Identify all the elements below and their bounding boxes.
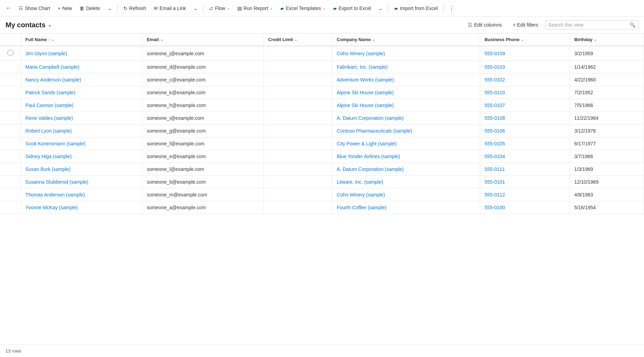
- refresh-button[interactable]: ↻ Refresh: [120, 3, 150, 13]
- contact-company[interactable]: Alpine Ski House (sample): [332, 86, 480, 99]
- contact-email: someone_f@example.com: [142, 137, 264, 150]
- chevron-down-icon-3: ⌄: [379, 6, 383, 11]
- row-checkbox-cell[interactable]: [0, 74, 21, 86]
- back-button[interactable]: ←: [3, 2, 15, 14]
- row-checkbox-cell[interactable]: [0, 137, 21, 150]
- contact-company[interactable]: Fabrikam, Inc. (sample): [332, 61, 480, 74]
- contact-name[interactable]: Scott Konersmann (sample): [21, 137, 142, 150]
- contact-company[interactable]: Fourth Coffee (sample): [332, 201, 480, 214]
- delete-button[interactable]: 🗑 Delete: [76, 3, 103, 13]
- row-checkbox-cell[interactable]: [0, 125, 21, 137]
- contact-email: someone_e@example.com: [142, 150, 264, 163]
- row-checkbox-cell[interactable]: [0, 112, 21, 125]
- contact-phone[interactable]: 555-0106: [480, 125, 570, 137]
- contact-name[interactable]: Susanna Stubberod (sample): [21, 176, 142, 189]
- separator-2: [203, 4, 203, 12]
- contact-name[interactable]: Rene Valdes (sample): [21, 112, 142, 125]
- delete-dropdown-button[interactable]: ⌄: [104, 3, 115, 13]
- contact-name[interactable]: Nancy Anderson (sample): [21, 74, 142, 86]
- contact-credit: [264, 176, 333, 189]
- new-button[interactable]: + New: [54, 3, 75, 13]
- search-input[interactable]: [548, 22, 627, 28]
- flow-button[interactable]: ⥄ Flow ⌄: [206, 3, 233, 13]
- col-header-email[interactable]: Email ⌄: [142, 33, 264, 46]
- excel-templates-icon: ▰: [280, 6, 284, 11]
- import-button[interactable]: ▰ Import from Excel: [391, 3, 441, 13]
- row-checkbox-cell[interactable]: [0, 201, 21, 214]
- contact-phone[interactable]: 555-0111: [480, 163, 570, 176]
- contact-company[interactable]: Blue Yonder Airlines (sample): [332, 150, 480, 163]
- col-credit-chevron-icon: ⌄: [294, 38, 297, 41]
- row-checkbox-cell[interactable]: [0, 150, 21, 163]
- contact-name[interactable]: Sidney Higa (sample): [21, 150, 142, 163]
- view-title[interactable]: My contacts ⌄: [6, 21, 52, 29]
- contact-phone[interactable]: 555-0112: [480, 189, 570, 201]
- contact-name[interactable]: Thomas Andersen (sample): [21, 189, 142, 201]
- contact-company[interactable]: Litware, Inc. (sample): [332, 176, 480, 189]
- contact-name[interactable]: Patrick Sands (sample): [21, 86, 142, 99]
- contact-email: someone_b@example.com: [142, 176, 264, 189]
- contact-name[interactable]: Robert Lyon (sample): [21, 125, 142, 137]
- edit-filters-button[interactable]: ▿ Edit filters: [509, 20, 542, 30]
- contact-phone[interactable]: 555-0104: [480, 150, 570, 163]
- contact-phone[interactable]: 555-0105: [480, 137, 570, 150]
- col-email-chevron-icon: ⌄: [160, 38, 163, 41]
- contact-phone[interactable]: 555-0101: [480, 176, 570, 189]
- more-options-button[interactable]: ⋮: [446, 2, 457, 14]
- row-checkbox-cell[interactable]: [0, 99, 21, 112]
- excel-templates-button[interactable]: ▰ Excel Templates ⌄: [277, 3, 329, 13]
- contact-phone[interactable]: 555-0102: [480, 74, 570, 86]
- email-link-button[interactable]: ✉ Email a Link: [150, 3, 189, 13]
- contact-phone[interactable]: 555-0109: [480, 46, 570, 61]
- contact-name[interactable]: Paul Cannon (sample): [21, 99, 142, 112]
- row-checkbox-cell[interactable]: [0, 163, 21, 176]
- col-header-credit[interactable]: Credit Limit ⌄: [264, 33, 333, 46]
- contact-company[interactable]: Adventure Works (sample): [332, 74, 480, 86]
- contact-name[interactable]: Maria Campbell (sample): [21, 61, 142, 74]
- run-report-button[interactable]: ▤ Run Report ⌄: [234, 3, 276, 13]
- table-row: Sidney Higa (sample)someone_e@example.co…: [0, 150, 644, 163]
- data-grid: Full Name ↑ ⌄ Email ⌄ Credit Limit ⌄: [0, 33, 644, 340]
- toolbar: ← ☷ Show Chart + New 🗑 Delete ⌄ ↻ Refres…: [0, 0, 644, 17]
- col-header-birthday[interactable]: Birthday ⌄: [570, 33, 644, 46]
- contact-company[interactable]: City Power & Light (sample): [332, 137, 480, 150]
- export-dropdown-button[interactable]: ⌄: [375, 3, 386, 13]
- plus-icon: +: [58, 6, 60, 11]
- email-link-dropdown-button[interactable]: ⌄: [190, 3, 201, 13]
- view-actions: ☷ Edit columns ▿ Edit filters 🔍: [464, 20, 638, 30]
- contact-email: someone_h@example.com: [142, 99, 264, 112]
- table-row: Rene Valdes (sample)someone_i@example.co…: [0, 112, 644, 125]
- contact-name[interactable]: Susan Burk (sample): [21, 163, 142, 176]
- row-checkbox-cell[interactable]: [0, 61, 21, 74]
- row-checkbox-cell[interactable]: [0, 176, 21, 189]
- contact-phone[interactable]: 555-0103: [480, 61, 570, 74]
- contact-company[interactable]: A. Datum Corporation (sample): [332, 163, 480, 176]
- col-header-phone[interactable]: Business Phone ⌄: [480, 33, 570, 46]
- export-button[interactable]: ▰ Export to Excel: [330, 3, 375, 13]
- contact-phone[interactable]: 555-0108: [480, 112, 570, 125]
- table-row: Patrick Sands (sample)someone_k@example.…: [0, 86, 644, 99]
- contact-name[interactable]: Yvonne McKay (sample): [21, 201, 142, 214]
- contact-name[interactable]: Jim Glynn (sample): [21, 46, 142, 61]
- row-checkbox-cell[interactable]: [0, 189, 21, 201]
- contact-company[interactable]: A. Datum Corporation (sample): [332, 112, 480, 125]
- contact-company[interactable]: Coho Winery (sample): [332, 189, 480, 201]
- contact-phone[interactable]: 555-0100: [480, 201, 570, 214]
- col-header-company[interactable]: Company Name ⌄: [332, 33, 480, 46]
- table-row: Maria Campbell (sample)someone_d@example…: [0, 61, 644, 74]
- contact-phone[interactable]: 555-0110: [480, 86, 570, 99]
- row-checkbox-cell[interactable]: [0, 46, 21, 61]
- search-box[interactable]: 🔍: [545, 20, 638, 29]
- contact-birthday: 1/3/1969: [570, 163, 644, 176]
- row-checkbox[interactable]: [7, 50, 13, 56]
- contact-company[interactable]: Alpine Ski House (sample): [332, 99, 480, 112]
- table-row: Robert Lyon (sample)someone_g@example.co…: [0, 125, 644, 137]
- show-chart-button[interactable]: ☷ Show Chart: [15, 3, 54, 13]
- contact-company[interactable]: Contoso Pharmaceuticals (sample): [332, 125, 480, 137]
- edit-columns-button[interactable]: ☷ Edit columns: [464, 20, 506, 30]
- contact-company[interactable]: Coho Winery (sample): [332, 46, 480, 61]
- contact-email: someone_a@example.com: [142, 201, 264, 214]
- row-checkbox-cell[interactable]: [0, 86, 21, 99]
- col-header-name[interactable]: Full Name ↑ ⌄: [21, 33, 142, 46]
- contact-phone[interactable]: 555-0107: [480, 99, 570, 112]
